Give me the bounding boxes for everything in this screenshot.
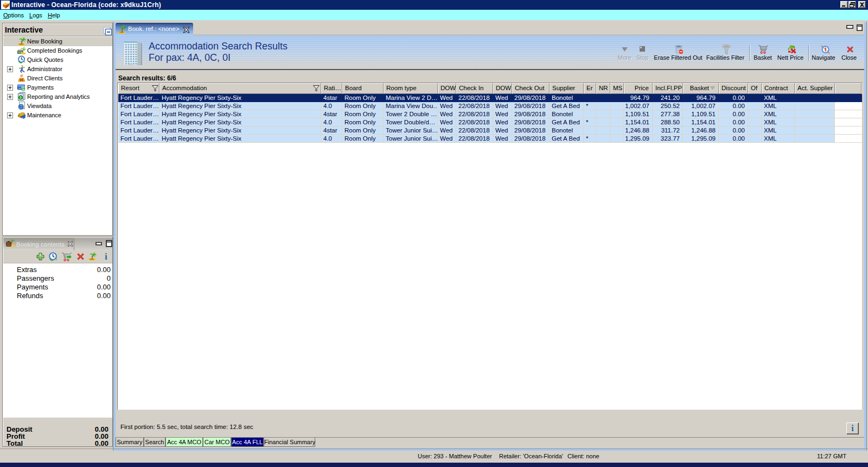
- svg-text:$: $: [21, 85, 25, 92]
